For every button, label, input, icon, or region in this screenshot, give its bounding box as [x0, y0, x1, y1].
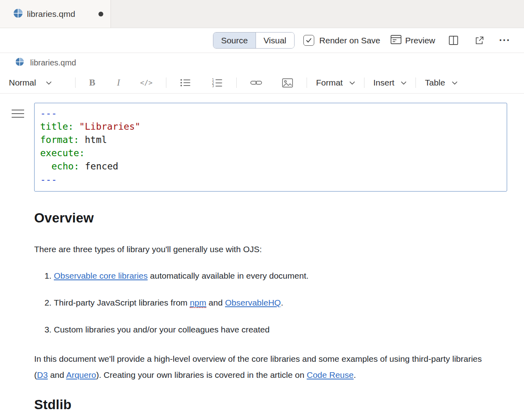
- block-menu-handle[interactable]: [11, 108, 25, 120]
- yaml-line: ---: [40, 173, 501, 186]
- paragraph-style-label: Normal: [9, 78, 36, 88]
- toolbar-separator: [166, 77, 166, 88]
- link-button[interactable]: [246, 80, 267, 86]
- table-menu[interactable]: Table: [425, 78, 457, 88]
- source-visual-toggle: Source Visual: [213, 32, 294, 49]
- image-icon: [282, 78, 293, 88]
- link-icon: [250, 80, 262, 86]
- heading-overview: Overview: [34, 210, 507, 226]
- link-code-reuse[interactable]: Code Reuse: [307, 370, 354, 379]
- bold-button[interactable]: B: [84, 77, 100, 88]
- preview-label: Preview: [405, 36, 435, 45]
- heading-stdlib: Stdlib: [34, 397, 507, 413]
- insert-menu-label: Insert: [373, 78, 395, 88]
- intro-paragraph: There are three types of library you'll …: [34, 243, 496, 255]
- quarto-icon: [15, 57, 24, 68]
- link-observablehq[interactable]: ObservableHQ: [225, 298, 281, 307]
- yaml-line: format:html: [40, 133, 501, 147]
- toolbar-separator: [307, 77, 307, 88]
- link-arquero[interactable]: Arquero: [66, 370, 96, 379]
- svg-text:3: 3: [212, 84, 214, 87]
- numbered-list-button[interactable]: 1 2 3: [207, 78, 227, 87]
- chevron-down-icon: [452, 81, 458, 85]
- breadcrumb[interactable]: libraries.qmd: [0, 53, 524, 72]
- open-external-icon: [475, 36, 484, 45]
- visual-editor-document: --- title:"Libraries" format:html execut…: [0, 103, 524, 413]
- intro-text: There are three types of library you'll …: [34, 245, 262, 254]
- bulleted-list-button[interactable]: [175, 79, 196, 87]
- list-item-third-party: Third-party JavaScript libraries from np…: [54, 297, 496, 308]
- yaml-line: execute:: [40, 147, 501, 160]
- format-menu[interactable]: Format: [316, 78, 355, 88]
- split-editor-button[interactable]: [449, 36, 458, 45]
- open-external-button[interactable]: [475, 36, 484, 45]
- link-npm[interactable]: npm: [190, 298, 206, 308]
- render-on-save-control[interactable]: Render on Save: [303, 35, 381, 46]
- yaml-line: echo:fenced: [40, 160, 501, 173]
- toolbar-separator: [75, 77, 76, 88]
- unsaved-indicator-dot[interactable]: [98, 12, 103, 16]
- yaml-front-matter-block[interactable]: --- title:"Libraries" format:html execut…: [34, 103, 507, 192]
- insert-menu[interactable]: Insert: [373, 78, 407, 88]
- paragraph-style-select[interactable]: Normal: [9, 78, 52, 88]
- code-button[interactable]: </>: [135, 79, 158, 87]
- chevron-down-icon: [46, 81, 52, 85]
- list-item-core-libraries: Observable core libraries automatically …: [54, 270, 496, 281]
- tab-libraries-qmd[interactable]: libraries.qmd: [0, 0, 111, 28]
- preview-button[interactable]: Preview: [391, 35, 435, 46]
- yaml-line: ---: [40, 107, 501, 120]
- chevron-down-icon: [401, 81, 407, 85]
- breadcrumb-filename: libraries.qmd: [30, 58, 76, 67]
- toolbar-separator: [236, 77, 237, 88]
- quarto-icon: [13, 8, 23, 20]
- more-actions-button[interactable]: ···: [499, 35, 510, 46]
- toolbar-separator: [364, 77, 364, 88]
- format-toolbar: Normal B I </> 1 2 3 Form: [0, 72, 524, 94]
- closing-paragraph: In this document we'll provide a high-le…: [34, 351, 496, 383]
- hamburger-icon: [11, 108, 25, 119]
- bulleted-list-icon: [180, 79, 191, 87]
- image-button[interactable]: [277, 78, 298, 88]
- list-item-custom-libraries: Custom libraries you and/or your colleag…: [54, 324, 496, 335]
- toolbar-separator: [416, 77, 416, 88]
- link-observable-core-libraries[interactable]: Observable core libraries: [54, 271, 147, 280]
- library-types-list: Observable core libraries automatically …: [34, 270, 496, 335]
- check-icon: [305, 37, 312, 44]
- source-mode-button[interactable]: Source: [213, 33, 256, 48]
- split-editor-icon: [449, 36, 458, 45]
- editor-action-bar: Source Visual Render on Save Preview: [0, 28, 524, 53]
- chevron-down-icon: [349, 81, 355, 85]
- table-menu-label: Table: [425, 78, 445, 88]
- tab-title: libraries.qmd: [27, 9, 75, 19]
- italic-button[interactable]: I: [112, 77, 125, 88]
- preview-icon: [391, 35, 401, 46]
- yaml-line: title:"Libraries": [40, 120, 501, 133]
- render-on-save-checkbox[interactable]: [303, 35, 314, 46]
- format-menu-label: Format: [316, 78, 343, 88]
- render-on-save-label: Render on Save: [319, 36, 381, 45]
- numbered-list-icon: 1 2 3: [212, 78, 223, 87]
- editor-tab-bar: libraries.qmd: [0, 0, 524, 28]
- link-d3[interactable]: D3: [37, 370, 48, 379]
- visual-mode-button[interactable]: Visual: [256, 33, 294, 48]
